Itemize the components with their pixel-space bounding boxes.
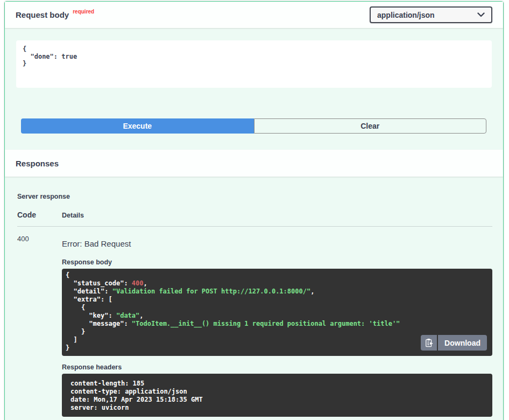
responses-table-header: Code Details [17,211,492,227]
response-headers-label: Response headers [62,363,492,371]
post-operation-panel: Request body required application/json {… [4,1,504,420]
execute-wrapper: Execute Clear [21,118,486,134]
response-body-actions: Download [421,335,487,351]
copy-to-clipboard-button[interactable] [421,335,437,351]
request-body-section: { "done": true } Execute Clear [5,28,503,150]
response-row-400: 400 Error: Bad Request Response body { "… [17,227,492,417]
response-description: Error: Bad Request [62,239,492,248]
execute-button[interactable]: Execute [21,118,254,134]
clear-button[interactable]: Clear [254,118,487,134]
details-column-header: Details [62,212,492,219]
chevron-down-icon [477,12,485,17]
response-headers-block: content-length: 185 content-type: applic… [62,374,492,417]
response-headers-text: content-length: 185 content-type: applic… [62,374,492,417]
response-body-label: Response body [62,258,492,266]
response-status-code: 400 [17,234,62,417]
response-body-block: { "status_code": 400, "detail": "Validat… [62,269,492,356]
required-badge: required [73,9,94,15]
request-body-title: Request body [16,10,69,19]
content-type-selected-value: application/json [377,11,435,19]
responses-header: Responses [5,150,503,177]
server-response-label: Server response [17,193,492,200]
responses-section: Server response Code Details 400 Error: … [5,177,503,420]
request-body-header: Request body required application/json [5,2,503,28]
download-button[interactable]: Download [438,335,487,351]
code-column-header: Code [17,211,62,219]
clipboard-copy-icon [425,338,433,347]
responses-title: Responses [16,159,59,168]
request-body-editor[interactable]: { "done": true } [16,40,492,88]
response-details-cell: Error: Bad Request Response body { "stat… [62,234,492,417]
content-type-select[interactable]: application/json [370,6,492,23]
